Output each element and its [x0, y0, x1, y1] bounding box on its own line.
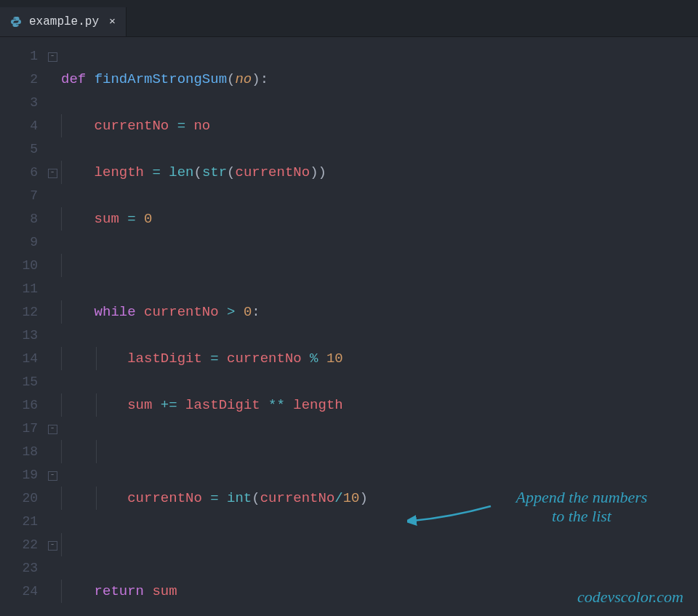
- line-number: 21: [0, 510, 44, 533]
- line-number: 17: [0, 417, 44, 440]
- line-number: 18: [0, 440, 44, 463]
- line-number: 13: [0, 324, 44, 347]
- python-file-icon: [10, 16, 22, 28]
- line-number: 9: [0, 231, 44, 254]
- line-number: 15: [0, 370, 44, 393]
- line-number: 19: [0, 463, 44, 487]
- line-number: 7: [0, 184, 44, 207]
- line-number: 12: [0, 300, 44, 324]
- line-number: 11: [0, 277, 44, 300]
- line-number: 22: [0, 533, 44, 556]
- line-number: 5: [0, 137, 44, 161]
- line-number: 16: [0, 393, 44, 417]
- line-number: 4: [0, 114, 44, 137]
- close-icon[interactable]: ×: [109, 16, 116, 28]
- code-editor[interactable]: 1 2 3 4 5 6 7 8 9 10 11 12 13 14 15 16 1…: [0, 37, 698, 616]
- fold-gutter: - - - - -: [44, 37, 61, 616]
- fold-toggle[interactable]: -: [44, 463, 61, 487]
- fold-toggle[interactable]: -: [44, 533, 61, 556]
- line-number: 8: [0, 207, 44, 231]
- line-number: 1: [0, 44, 44, 68]
- tab-filename: example.py: [29, 15, 99, 28]
- line-number: 24: [0, 580, 44, 603]
- watermark: codevscolor.com: [577, 588, 683, 607]
- line-number: 3: [0, 91, 44, 114]
- line-number: 10: [0, 254, 44, 277]
- annotation-text: Append the numbers to the list: [487, 488, 676, 526]
- line-number-gutter: 1 2 3 4 5 6 7 8 9 10 11 12 13 14 15 16 1…: [0, 37, 44, 616]
- code-content[interactable]: def findArmStrongSum(no): currentNo = no…: [61, 37, 698, 616]
- line-number: 20: [0, 487, 44, 510]
- line-number: 14: [0, 347, 44, 370]
- tab-bar: example.py ×: [0, 7, 698, 37]
- line-number: 2: [0, 68, 44, 91]
- tab-example-py[interactable]: example.py ×: [0, 7, 127, 36]
- fold-toggle[interactable]: -: [44, 44, 61, 68]
- line-number: 6: [0, 161, 44, 184]
- line-number: 23: [0, 556, 44, 580]
- fold-toggle[interactable]: -: [44, 417, 61, 440]
- fold-toggle[interactable]: -: [44, 161, 61, 184]
